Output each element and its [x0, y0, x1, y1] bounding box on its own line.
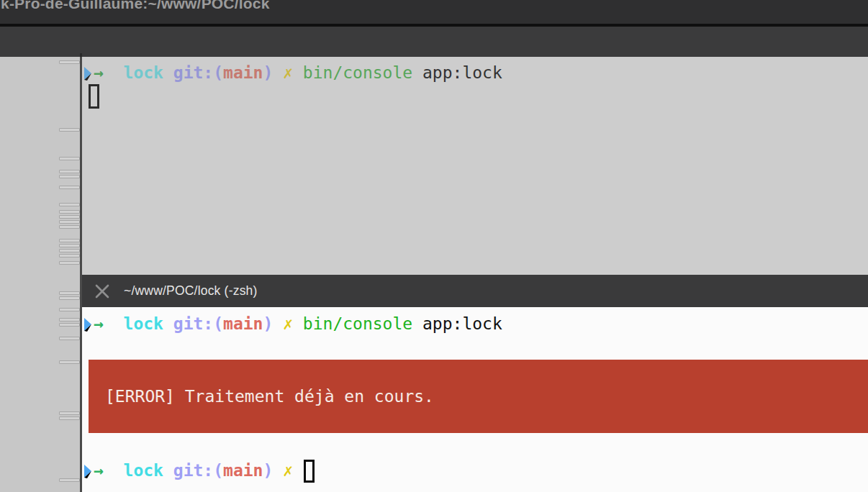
prompt-dirty-flag: ✗ [283, 314, 303, 334]
error-message: [ERROR] Traitement déjà en cours. [105, 387, 434, 406]
prompt-git-branch: main [223, 63, 263, 83]
window-title: k-Pro-de-Guillaume:~/www/POC/lock [1, 0, 270, 12]
bottom-pane-titlebar[interactable]: ~/www/POC/lock (-zsh) [82, 275, 868, 307]
window-titlebar[interactable]: k-Pro-de-Guillaume:~/www/POC/lock [0, 0, 868, 24]
prompt-git-prefix: git:( [173, 461, 223, 480]
terminal-cursor [89, 84, 99, 109]
minimap-mark [59, 291, 80, 301]
prompt-arrow-icon: → [94, 461, 124, 480]
minimap-mark [59, 170, 80, 180]
prompt-command: bin/console [303, 63, 422, 83]
minimap-mark [59, 60, 80, 65]
top-prompt-line: → lock git:( main ) ✗ bin/console app:lo… [84, 63, 502, 83]
prompt-triangle-icon [84, 463, 92, 479]
close-pane-icon[interactable] [94, 283, 111, 300]
bottom-pane-title: ~/www/POC/lock (-zsh) [124, 283, 258, 299]
prompt-cwd: lock [124, 314, 173, 334]
minimap-mark [59, 186, 80, 191]
minimap-mark [59, 360, 80, 365]
prompt-argument: app:lock [422, 314, 502, 334]
minimap-mark [59, 318, 80, 328]
minimap-mark [59, 157, 80, 162]
minimap-mark [59, 411, 80, 422]
prompt-git-suffix: ) [263, 314, 283, 334]
prompt-command: bin/console [303, 314, 422, 334]
prompt-triangle-icon [84, 316, 92, 332]
prompt-argument: app:lock [422, 63, 502, 83]
current-prompt-line[interactable]: → lock git:( main ) ✗ [84, 461, 315, 480]
minimap-mark [59, 308, 80, 313]
prompt-git-suffix: ) [263, 461, 283, 480]
prompt-git-prefix: git:( [173, 314, 223, 334]
prompt-arrow-icon: → [94, 314, 124, 334]
minimap-column [0, 57, 80, 492]
error-banner: [ERROR] Traitement déjà en cours. [89, 360, 868, 433]
minimap-mark [59, 478, 80, 483]
prompt-arrow-icon: → [94, 63, 124, 83]
prompt-dirty-flag: ✗ [283, 461, 303, 480]
history-prompt-line: → lock git:( main ) ✗ bin/console app:lo… [84, 314, 502, 334]
minimap-mark [59, 239, 80, 259]
minimap-mark [59, 128, 80, 133]
minimap-mark [59, 210, 80, 230]
minimap-mark [59, 261, 80, 266]
prompt-git-branch: main [223, 461, 263, 480]
tab-bar: bin/console (php) [0, 27, 868, 57]
terminal-cursor [304, 460, 315, 483]
prompt-dirty-flag: ✗ [283, 63, 303, 83]
minimap-mark [59, 203, 80, 208]
prompt-git-branch: main [223, 314, 263, 334]
top-pane[interactable] [82, 57, 868, 275]
prompt-git-prefix: git:( [173, 63, 223, 83]
prompt-cwd: lock [124, 461, 173, 480]
iterm-window: k-Pro-de-Guillaume:~/www/POC/lock bin/co… [0, 0, 868, 492]
prompt-cwd: lock [124, 63, 173, 83]
prompt-git-suffix: ) [263, 63, 283, 83]
minimap-mark [59, 337, 80, 342]
prompt-triangle-icon [84, 65, 92, 81]
